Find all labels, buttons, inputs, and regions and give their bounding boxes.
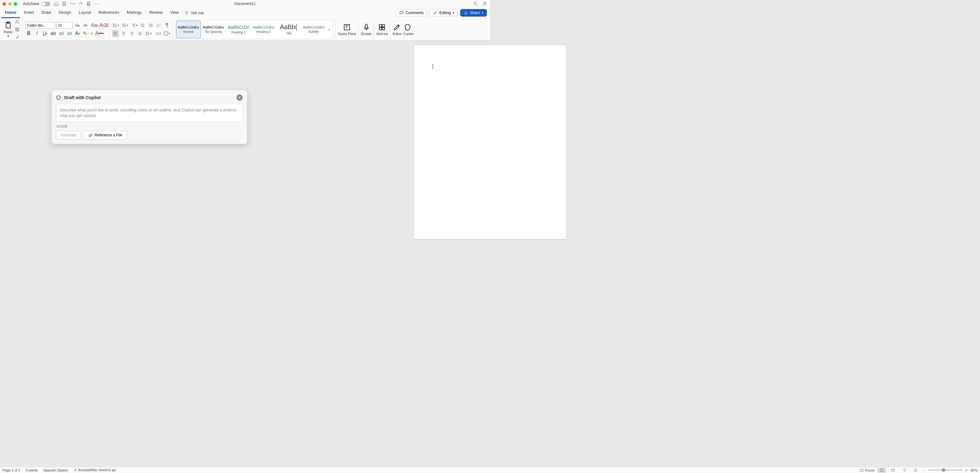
copy-icon: [15, 27, 20, 32]
text-cursor: [433, 64, 433, 69]
redo-icon[interactable]: [78, 1, 83, 6]
numbered-list-icon: 123: [122, 23, 127, 28]
style-subtitle[interactable]: AaBbCcDdEeSubtitle: [302, 21, 326, 38]
tab-references[interactable]: References: [95, 8, 123, 18]
tab-mailings[interactable]: Mailings: [123, 8, 146, 18]
grow-font-button[interactable]: A▴: [74, 22, 81, 29]
highlight-button[interactable]: ✎▾: [82, 30, 93, 37]
svg-rect-20: [365, 24, 367, 28]
tab-view[interactable]: View: [166, 8, 183, 18]
svg-point-4: [484, 2, 485, 3]
increase-indent-button[interactable]: [148, 22, 154, 29]
share-people-icon[interactable]: [482, 1, 487, 6]
reference-file-button[interactable]: Reference a File: [84, 131, 127, 140]
svg-rect-23: [379, 27, 382, 30]
font-family-select[interactable]: [25, 22, 55, 29]
more-icon[interactable]: ⋯: [94, 1, 99, 6]
autosave-toggle[interactable]: AutoSave: [23, 2, 51, 6]
bold-button[interactable]: B: [25, 30, 32, 37]
align-right-button[interactable]: [128, 30, 135, 37]
strikethrough-button[interactable]: ab: [50, 30, 57, 37]
svg-rect-21: [379, 24, 382, 27]
style-no-spacing[interactable]: AaBbCcDdEeNo Spacing: [201, 21, 226, 38]
align-left-button[interactable]: [112, 30, 119, 37]
multilevel-list-button[interactable]: ▾: [130, 22, 138, 29]
styles-more-button[interactable]: ›: [326, 21, 332, 38]
undo-icon[interactable]: ▾: [70, 1, 75, 6]
save-icon[interactable]: [62, 1, 67, 6]
svg-rect-24: [382, 27, 385, 30]
maximize-window-button[interactable]: [14, 2, 17, 6]
align-center-button[interactable]: [120, 30, 127, 37]
style-heading-1[interactable]: AaBbCcDcHeading 1: [226, 21, 251, 38]
style-normal[interactable]: AaBbCcDdEeNormal: [176, 21, 201, 38]
change-case-button[interactable]: Aa▾: [90, 22, 99, 29]
sort-button[interactable]: [156, 22, 162, 29]
style-title[interactable]: AaBb(Title: [277, 21, 301, 38]
svg-rect-18: [164, 32, 167, 35]
close-dialog-button[interactable]: ✕: [236, 94, 243, 101]
addins-button[interactable]: Add-ins: [376, 23, 388, 36]
home-icon[interactable]: [54, 1, 59, 6]
tab-layout[interactable]: Layout: [75, 8, 95, 18]
addins-icon: [378, 23, 386, 31]
underline-button[interactable]: U▾: [41, 30, 49, 37]
copilot-draft-dialog: Draft with Copilot ✕ Describe what you'd…: [52, 90, 247, 144]
paste-button[interactable]: Paste ▾: [4, 21, 13, 38]
tell-me-search[interactable]: Tell me: [185, 8, 204, 18]
editor-button[interactable]: Editor: [393, 23, 402, 36]
scissors-icon: [15, 19, 20, 24]
styles-gallery: AaBbCcDdEeNormal AaBbCcDdEeNo Spacing Aa…: [175, 20, 333, 39]
search-icon[interactable]: [473, 1, 478, 6]
svg-rect-22: [382, 24, 385, 27]
font-color-button[interactable]: A▾: [95, 30, 105, 37]
subscript-button[interactable]: x2: [58, 30, 65, 37]
document-page[interactable]: [414, 45, 490, 236]
sort-icon: [157, 23, 162, 28]
tab-insert[interactable]: Insert: [20, 8, 38, 18]
show-marks-button[interactable]: ¶: [164, 22, 171, 29]
styles-pane-button[interactable]: Styles Pane: [338, 23, 356, 36]
minimize-window-button[interactable]: [8, 2, 11, 6]
tab-design[interactable]: Design: [55, 8, 75, 18]
justify-button[interactable]: [137, 30, 143, 37]
share-button[interactable]: Share ▾: [460, 9, 487, 17]
numbering-button[interactable]: 123▾: [121, 22, 129, 29]
tab-draw[interactable]: Draw: [38, 8, 55, 18]
bullets-button[interactable]: ▾: [112, 22, 120, 29]
tab-home[interactable]: Home: [1, 8, 20, 18]
chevron-down-icon: ▾: [8, 35, 9, 38]
borders-button[interactable]: ▾: [163, 30, 171, 37]
dictate-button[interactable]: Dictate: [361, 23, 371, 36]
clear-formatting-button[interactable]: A⌫: [100, 22, 107, 29]
ribbon-toolbar: Paste ▾ A▴ A▾ Aa▾ A⌫ B I U▾ ab x: [0, 18, 490, 41]
copilot-logo-icon: [56, 95, 62, 100]
print-icon[interactable]: [86, 1, 91, 6]
superscript-button[interactable]: x2: [66, 30, 73, 37]
toggle-switch-icon[interactable]: [41, 2, 51, 6]
border-icon: [164, 31, 169, 36]
copilot-button[interactable]: Copilot: [403, 23, 414, 36]
svg-point-3: [474, 2, 477, 5]
line-spacing-button[interactable]: ▾: [145, 30, 153, 37]
italic-button[interactable]: I: [33, 30, 40, 37]
tell-me-label: Tell me: [191, 11, 204, 15]
generate-button[interactable]: Generate: [56, 131, 81, 140]
shading-button[interactable]: ▾: [154, 30, 162, 37]
cut-button[interactable]: [14, 18, 21, 25]
format-painter-button[interactable]: [14, 34, 21, 41]
text-effects-button[interactable]: A▾: [74, 30, 81, 37]
copy-button[interactable]: [14, 26, 21, 33]
tab-review[interactable]: Review: [146, 8, 167, 18]
editing-label: Editing: [439, 11, 451, 15]
comments-button[interactable]: Comments: [396, 9, 427, 17]
font-size-select[interactable]: [56, 22, 73, 29]
editing-mode-button[interactable]: Editing ▾: [430, 9, 458, 17]
window-titlebar: AutoSave ▾ ⋯ Document11: [0, 0, 490, 8]
close-window-button[interactable]: [3, 2, 6, 6]
svg-point-14: [113, 26, 114, 27]
decrease-indent-button[interactable]: [139, 22, 146, 29]
style-heading-2[interactable]: AaBbCcDdEeHeading 2: [251, 21, 276, 38]
copilot-prompt-input[interactable]: Describe what you'd like to write, inclu…: [56, 104, 243, 122]
shrink-font-button[interactable]: A▾: [82, 22, 89, 29]
